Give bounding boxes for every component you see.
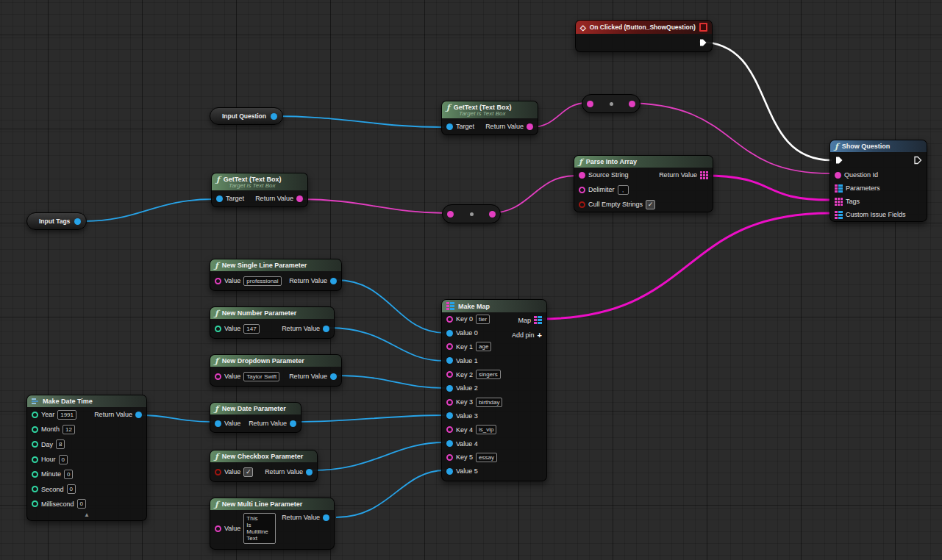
variable-input-question[interactable]: Input Question: [210, 107, 283, 125]
add-pin-group[interactable]: Add pin +: [512, 331, 542, 339]
cull-empty-strings-checkbox[interactable]: ✓: [646, 200, 655, 209]
value-pin[interactable]: [446, 385, 453, 392]
return-value-pin[interactable]: [323, 514, 329, 521]
return-value-pin[interactable]: [330, 373, 337, 380]
value-pin[interactable]: [215, 373, 221, 380]
parameters-map-pin[interactable]: [835, 184, 843, 193]
value-input[interactable]: This Is Multiline Text: [243, 513, 276, 544]
key-pin[interactable]: [446, 371, 453, 378]
reroute-in-pin[interactable]: [447, 211, 454, 218]
millisecond-pin[interactable]: [32, 500, 38, 507]
node-get-text-1[interactable]: ƒ GetText (Text Box) Target is Text Box …: [441, 101, 538, 135]
value-pin[interactable]: [215, 469, 221, 475]
node-show-question[interactable]: ƒ Show Question Question Id Parameters T…: [829, 140, 927, 222]
return-value-pin[interactable]: [323, 326, 329, 332]
value-pin[interactable]: [215, 525, 221, 532]
hour-pin[interactable]: [32, 456, 38, 463]
key-input[interactable]: is_vip: [476, 425, 496, 434]
key-input[interactable]: birthday: [476, 398, 502, 407]
key-pin[interactable]: [446, 343, 453, 350]
month-pin[interactable]: [32, 426, 38, 433]
node-make-date-time[interactable]: Make Date Time Return Value Year1991 Mon…: [26, 395, 147, 521]
key-pin[interactable]: [446, 399, 453, 406]
hour-input[interactable]: 0: [59, 455, 68, 464]
exec-out-pin[interactable]: [699, 38, 707, 47]
return-value-pin[interactable]: [306, 469, 313, 475]
return-value-pin[interactable]: [330, 278, 337, 284]
value-pin[interactable]: [215, 420, 221, 427]
value-input[interactable]: Taylor Swift: [243, 372, 279, 381]
value-pin[interactable]: [446, 412, 453, 419]
source-string-pin[interactable]: [579, 172, 585, 179]
add-pin-icon[interactable]: +: [538, 331, 542, 339]
return-value-pin[interactable]: [135, 412, 142, 418]
target-pin[interactable]: [216, 195, 223, 202]
second-input[interactable]: 0: [67, 484, 76, 494]
reroute-node[interactable]: [582, 94, 641, 113]
node-new-number-parameter[interactable]: ƒ New Number Parameter Value147 Return V…: [210, 306, 335, 339]
target-pin[interactable]: [446, 123, 453, 130]
value-pin[interactable]: [215, 278, 221, 284]
key-pin[interactable]: [446, 454, 453, 461]
function-icon: ƒ: [215, 310, 218, 317]
node-parse-into-array[interactable]: ƒ Parse Into Array Source String Return …: [574, 155, 713, 212]
return-value-pin[interactable]: [527, 123, 533, 130]
return-value-pin[interactable]: [290, 420, 296, 427]
custom-issue-fields-map-pin[interactable]: [835, 211, 843, 219]
variable-out-pin[interactable]: [74, 218, 81, 225]
delimiter-pin[interactable]: [579, 187, 585, 193]
reroute-out-pin[interactable]: [489, 211, 496, 218]
key-input[interactable]: age: [476, 342, 491, 351]
key-input[interactable]: singers: [476, 370, 501, 379]
day-pin[interactable]: [32, 441, 38, 448]
reroute-node[interactable]: [442, 204, 501, 223]
millisecond-input[interactable]: 0: [77, 499, 86, 509]
map-output-pin[interactable]: [534, 316, 542, 324]
value-checkbox[interactable]: ✓: [243, 467, 253, 477]
year-pin[interactable]: [32, 412, 38, 418]
value-pin[interactable]: [446, 330, 453, 337]
day-input[interactable]: 8: [56, 439, 65, 449]
return-value-pin[interactable]: [296, 195, 303, 202]
value-input[interactable]: 147: [243, 324, 259, 334]
value-pin[interactable]: [446, 440, 453, 447]
reroute-out-pin[interactable]: [629, 101, 635, 107]
node-on-clicked[interactable]: ◇ On Clicked (Button_ShowQuestion): [575, 20, 713, 52]
collapse-arrow[interactable]: ▲: [27, 511, 146, 520]
value-pin[interactable]: [215, 326, 221, 332]
function-icon: ƒ: [835, 143, 838, 150]
wire-exec: [699, 42, 832, 160]
second-pin[interactable]: [32, 486, 38, 492]
value-pin[interactable]: [446, 357, 453, 364]
node-new-single-line-parameter[interactable]: ƒ New Single Line Parameter Valueprofess…: [210, 259, 342, 291]
node-new-multi-line-parameter[interactable]: ƒ New Multi Line Parameter Value This Is…: [210, 498, 335, 550]
value-pin[interactable]: [446, 468, 453, 475]
node-new-checkbox-parameter[interactable]: ƒ New Checkbox Parameter Value✓ Return V…: [210, 450, 318, 482]
month-input[interactable]: 12: [63, 425, 75, 434]
minute-pin[interactable]: [32, 471, 38, 478]
key-input[interactable]: essay: [476, 453, 497, 462]
exec-out-pin[interactable]: [913, 156, 922, 165]
blueprint-graph-canvas[interactable]: ◇ On Clicked (Button_ShowQuestion) Input…: [0, 0, 942, 560]
node-title: On Clicked (Button_ShowQuestion): [590, 24, 696, 31]
question-id-pin[interactable]: [835, 172, 841, 179]
year-input[interactable]: 1991: [57, 410, 76, 420]
exec-in-pin[interactable]: [835, 156, 843, 165]
string-array-pin[interactable]: [700, 171, 708, 179]
value-input[interactable]: professional: [243, 276, 281, 286]
cull-empty-strings-pin[interactable]: [579, 201, 585, 208]
minute-input[interactable]: 0: [64, 470, 73, 479]
node-make-map[interactable]: Make Map Map Add pin + Key 0tier Value 0…: [441, 299, 547, 481]
variable-out-pin[interactable]: [271, 113, 277, 120]
node-get-text-2[interactable]: ƒ GetText (Text Box) Target is Text Box …: [211, 173, 308, 207]
node-new-dropdown-parameter[interactable]: ƒ New Dropdown Parameter ValueTaylor Swi…: [210, 354, 342, 387]
delegate-pin-icon[interactable]: [699, 23, 707, 32]
variable-input-tags[interactable]: Input Tags: [26, 212, 87, 230]
key-input[interactable]: tier: [476, 315, 490, 324]
key-pin[interactable]: [446, 426, 453, 433]
key-pin[interactable]: [446, 316, 453, 323]
node-new-date-parameter[interactable]: ƒ New Date Parameter Value Return Value: [210, 402, 301, 433]
reroute-in-pin[interactable]: [587, 101, 593, 107]
tags-array-pin[interactable]: [835, 198, 843, 206]
delimiter-input[interactable]: ,: [618, 185, 629, 195]
